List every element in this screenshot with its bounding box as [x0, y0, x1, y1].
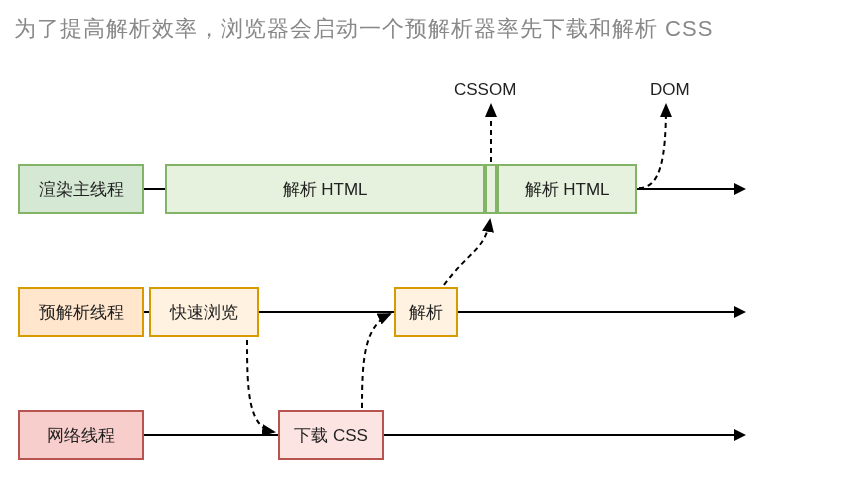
preparse-thread-arrow — [734, 306, 746, 318]
render-thread-arrow — [734, 183, 746, 195]
cssom-label: CSSOM — [454, 80, 516, 100]
parse-html-2: 解析 HTML — [497, 164, 637, 214]
render-thread-label: 渲染主线程 — [18, 164, 144, 214]
network-thread-arrow — [734, 429, 746, 441]
dom-label: DOM — [650, 80, 690, 100]
dom-arrow — [639, 105, 666, 188]
scan-to-download-arrow — [247, 340, 274, 432]
network-thread-axis — [144, 434, 736, 436]
download-to-parse-arrow — [362, 314, 390, 408]
preparse-thread-label: 预解析线程 — [18, 287, 144, 337]
download-css-box: 下载 CSS — [278, 410, 384, 460]
quick-scan-box: 快速浏览 — [149, 287, 259, 337]
parse-html-1: 解析 HTML — [165, 164, 485, 214]
css-block-gap — [485, 164, 497, 214]
parse-box: 解析 — [394, 287, 458, 337]
network-thread-label: 网络线程 — [18, 410, 144, 460]
parse-to-render-arrow — [444, 220, 490, 285]
diagram: CSSOM DOM 渲染主线程 解析 HTML 解析 HTML 预解析线程 快速… — [0, 0, 843, 501]
